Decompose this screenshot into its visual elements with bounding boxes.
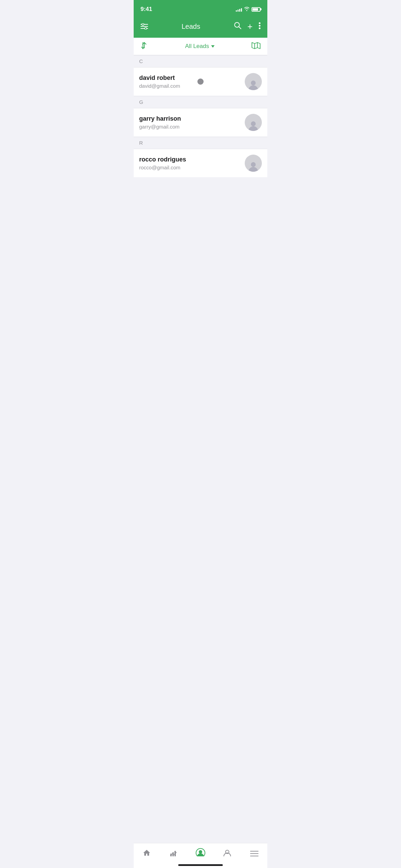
lead-name: david robert	[139, 74, 245, 82]
lead-info: rocco rodrigues rocco@gmail.com	[139, 156, 245, 170]
section-header-r: R	[134, 137, 267, 149]
contacts-icon	[223, 849, 231, 859]
lead-email: david@gmail.com	[139, 83, 245, 89]
settings-filter-icon[interactable]	[141, 23, 148, 29]
more-icon[interactable]	[259, 22, 260, 31]
nav-item-analytics[interactable]: Analytics	[163, 847, 185, 866]
empty-content-area	[134, 178, 267, 827]
avatar-silhouette	[247, 160, 259, 172]
svg-marker-13	[211, 45, 215, 48]
filter-bar: All Leads	[134, 38, 267, 55]
avatar-silhouette	[247, 119, 259, 131]
signal-bars-icon	[236, 7, 242, 12]
filter-dropdown[interactable]: All Leads	[185, 43, 215, 50]
svg-marker-14	[252, 43, 260, 49]
nav-item-more[interactable]: More	[244, 848, 265, 866]
section-letter-g: G	[139, 99, 143, 105]
svg-point-8	[259, 25, 260, 26]
section-header-c: C	[134, 55, 267, 68]
nav-label-analytics: Analytics	[166, 860, 181, 865]
analytics-icon	[170, 849, 178, 859]
svg-point-17	[251, 81, 256, 85]
lead-item-david-robert[interactable]: david robert david@gmail.com	[134, 68, 267, 96]
svg-point-25	[199, 850, 202, 854]
add-icon[interactable]: +	[247, 21, 253, 32]
nav-item-contacts[interactable]: Contacts	[217, 847, 238, 866]
status-bar: 9:41	[134, 0, 267, 17]
lead-avatar	[245, 114, 262, 131]
nav-label-more: More	[250, 860, 258, 864]
app-header: Leads +	[134, 17, 267, 38]
svg-point-18	[251, 121, 256, 126]
more-nav-icon	[250, 849, 258, 859]
lead-item-rocco-rodrigues[interactable]: rocco rodrigues rocco@gmail.com	[134, 149, 267, 178]
svg-point-3	[142, 23, 144, 25]
section-letter-c: C	[139, 58, 143, 64]
status-icons	[236, 7, 260, 12]
map-icon[interactable]	[252, 42, 260, 51]
section-letter-r: R	[139, 140, 143, 146]
lead-avatar	[245, 155, 262, 172]
nav-item-leads[interactable]: Leads	[190, 847, 211, 867]
svg-point-4	[145, 27, 147, 29]
lead-email: garry@gmail.com	[139, 124, 245, 130]
svg-line-6	[239, 27, 241, 29]
lead-info: garry harrison garry@gmail.com	[139, 115, 245, 130]
svg-point-19	[251, 162, 256, 167]
svg-point-7	[259, 22, 260, 24]
wifi-icon	[244, 7, 250, 12]
nav-item-home[interactable]: Home	[136, 847, 157, 866]
lead-info: david robert david@gmail.com	[139, 74, 245, 89]
header-left	[141, 23, 148, 29]
bottom-navigation: Home Analytics Leads	[134, 843, 267, 868]
header-actions: +	[234, 21, 260, 32]
nav-label-contacts: Contacts	[220, 860, 235, 865]
nav-label-home: Home	[142, 860, 152, 865]
avatar-silhouette	[247, 79, 259, 90]
lead-item-garry-harrison[interactable]: garry harrison garry@gmail.com	[134, 108, 267, 137]
lead-email: rocco@gmail.com	[139, 165, 245, 170]
lead-avatar	[245, 73, 262, 90]
lead-name: rocco rodrigues	[139, 156, 245, 163]
page-title: Leads	[148, 23, 234, 31]
filter-label-text: All Leads	[185, 43, 209, 50]
svg-point-9	[259, 27, 260, 29]
status-time: 9:41	[141, 6, 152, 13]
sort-icon[interactable]	[141, 42, 148, 51]
battery-icon	[252, 7, 260, 12]
leads-icon	[196, 848, 205, 860]
home-icon	[143, 849, 151, 859]
lead-status-dot	[197, 79, 204, 85]
search-icon[interactable]	[234, 22, 241, 31]
section-header-g: G	[134, 96, 267, 108]
lead-name: garry harrison	[139, 115, 245, 122]
nav-label-leads: Leads	[195, 861, 206, 865]
